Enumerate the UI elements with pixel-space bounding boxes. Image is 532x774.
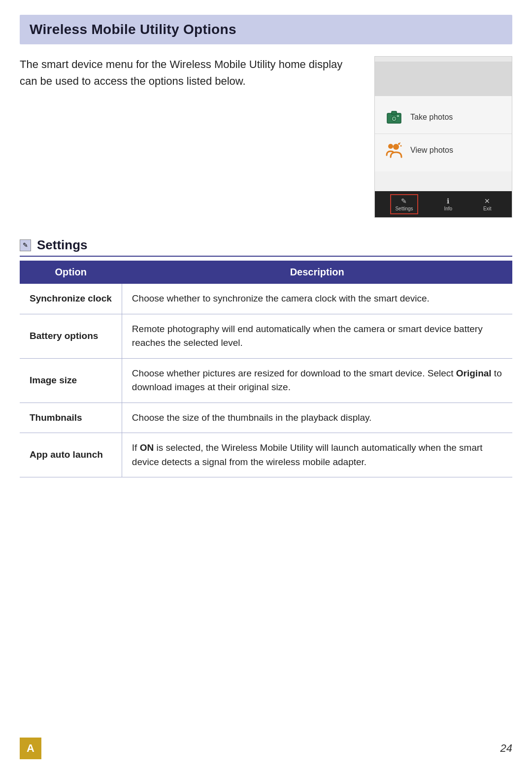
table-header-row: Option Description [20,261,512,284]
menu-take-photos-label: Take photos [410,113,453,122]
bottom-exit-btn: ✕ Exit [478,195,497,213]
settings-title: Settings [37,237,88,253]
description-image-size: Choose whether pictures are resized for … [122,358,512,403]
device-bottom-bar: ✎ Settings ℹ Info ✕ Exit [375,191,512,217]
option-label-synchronize-clock: Synchronize clock [20,284,122,314]
footer-letter: A [27,742,34,755]
option-label-battery-options: Battery options [20,314,122,358]
table-row: Battery options Remote photography will … [20,314,512,358]
svg-point-8 [400,145,402,147]
menu-item-view-photos: View photos [375,134,512,167]
intro-section: The smart device menu for the Wireless M… [20,56,512,218]
people-icon [385,141,403,160]
col-option-header: Option [20,261,122,284]
option-label-app-auto-launch: App auto launch [20,433,122,477]
settings-icon-box: ✎ [20,239,31,251]
exit-icon: ✕ [484,197,490,205]
menu-item-take-photos: Take photos [375,101,512,134]
description-synchronize-clock: Choose whether to synchronize the camera… [122,284,512,314]
description-battery-options: Remote photography will end automaticall… [122,314,512,358]
intro-text: The smart device menu for the Wireless M… [20,56,360,90]
table-row: Image size Choose whether pictures are r… [20,358,512,403]
description-thumbnails: Choose the size of the thumbnails in the… [122,403,512,433]
option-label-image-size: Image size [20,358,122,403]
description-app-auto-launch: If ON is selected, the Wireless Mobile U… [122,433,512,477]
device-menu: Take photos [375,96,512,171]
svg-point-9 [399,142,400,143]
title-bar: Wireless Mobile Utility Options [20,15,512,44]
table-row: Thumbnails Choose the size of the thumbn… [20,403,512,433]
svg-point-5 [388,144,393,149]
settings-small-icon: ✎ [23,241,28,249]
svg-rect-1 [392,111,397,114]
footer-letter-box: A [20,738,41,759]
page: Wireless Mobile Utility Options The smar… [0,0,532,774]
bottom-settings-label: Settings [395,206,413,211]
bottom-settings-btn: ✎ Settings [390,194,418,214]
table-row: Synchronize clock Choose whether to sync… [20,284,512,314]
settings-section: ✎ Settings Option Description Synchroniz… [20,237,512,477]
options-table: Option Description Synchronize clock Cho… [20,261,512,477]
device-mockup: Take photos [374,56,512,218]
svg-point-3 [393,117,396,120]
camera-icon [385,108,403,127]
table-row: App auto launch If ON is selected, the W… [20,433,512,477]
svg-point-6 [393,144,399,150]
page-number: 24 [500,742,512,755]
bottom-exit-label: Exit [483,206,492,211]
info-icon: ℹ [447,197,449,205]
bottom-info-label: Info [444,206,452,211]
bold-on: ON [140,442,154,453]
option-label-thumbnails: Thumbnails [20,403,122,433]
bold-original: Original [456,368,492,378]
settings-header: ✎ Settings [20,237,512,257]
svg-rect-4 [397,115,399,117]
menu-view-photos-label: View photos [410,146,453,155]
col-description-header: Description [122,261,512,284]
page-title: Wireless Mobile Utility Options [30,22,502,37]
device-screen: Take photos [375,57,512,217]
bottom-info-btn: ℹ Info [439,195,457,213]
page-footer: A 24 [20,738,512,759]
settings-icon: ✎ [401,197,407,205]
